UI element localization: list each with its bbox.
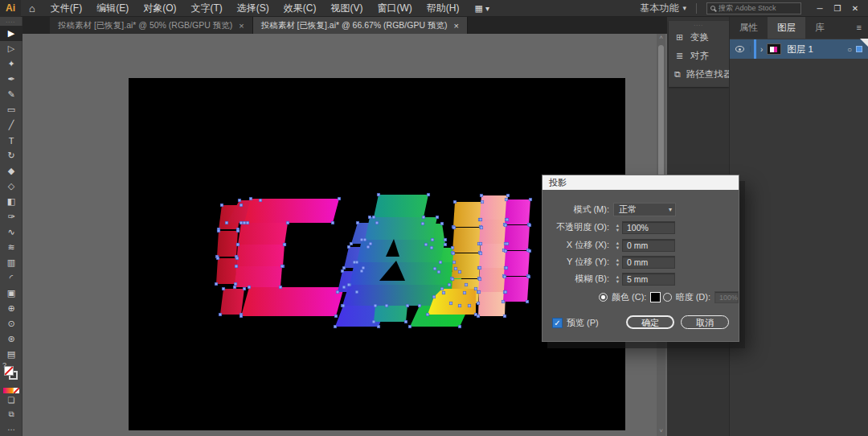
anchor-point[interactable] xyxy=(449,302,452,305)
anchor-point[interactable] xyxy=(334,325,337,328)
eraser-tool[interactable]: ◆ xyxy=(0,163,23,179)
ji-gold-3[interactable] xyxy=(452,253,481,278)
anchor-point[interactable] xyxy=(504,249,507,253)
anchor-point[interactable] xyxy=(360,269,363,273)
anchor-point[interactable] xyxy=(240,315,243,318)
rotate-tool[interactable]: ↻ xyxy=(0,148,23,163)
selection-tool[interactable]: ▶ xyxy=(0,26,23,41)
anchor-point[interactable] xyxy=(458,325,461,328)
opacity-stepper[interactable]: ▴ ▾ xyxy=(613,223,622,232)
ji-pink-4[interactable] xyxy=(478,268,506,292)
c-stem-2[interactable] xyxy=(236,245,285,266)
ji-pink-3[interactable] xyxy=(479,244,507,268)
anchor-point[interactable] xyxy=(505,266,508,269)
anchor-point[interactable] xyxy=(219,313,222,316)
panel-drag-handle[interactable]: ∙∙∙∙ xyxy=(669,21,729,28)
anchor-point[interactable] xyxy=(448,283,451,286)
anchor-point[interactable] xyxy=(385,304,388,307)
ji-mag-2[interactable] xyxy=(504,225,530,250)
anchor-point[interactable] xyxy=(368,216,371,219)
scroll-down-arrow[interactable]: ˅ xyxy=(657,427,665,436)
stepper-down-icon[interactable]: ▾ xyxy=(616,228,619,232)
anchor-point[interactable] xyxy=(451,246,454,249)
anchor-point[interactable] xyxy=(279,286,282,289)
anchor-point[interactable] xyxy=(427,193,430,196)
dock-item-align[interactable]: ≣对齐 xyxy=(669,47,729,65)
menu-type[interactable]: 文字(T) xyxy=(184,0,230,17)
anchor-point[interactable] xyxy=(527,275,530,278)
rectangle-tool[interactable]: ▭ xyxy=(0,102,23,117)
fill-stroke-indicator[interactable]: ? xyxy=(0,361,23,385)
anchor-point[interactable] xyxy=(235,257,239,260)
anchor-point[interactable] xyxy=(458,270,461,274)
anchor-point[interactable] xyxy=(342,286,346,289)
ji-mag-4[interactable] xyxy=(503,277,529,302)
anchor-point[interactable] xyxy=(406,304,409,307)
stepper-down-icon[interactable]: ▾ xyxy=(616,279,619,284)
anchor-point[interactable] xyxy=(505,198,508,201)
ji-gold-2[interactable] xyxy=(452,228,481,253)
anchor-point[interactable] xyxy=(506,218,509,221)
gradient-tool[interactable]: ◧ xyxy=(0,194,23,209)
anchor-point[interactable] xyxy=(342,266,346,269)
dock-item-transform[interactable]: ⊞变换 xyxy=(669,28,729,47)
tab-libraries[interactable]: 库 xyxy=(805,17,834,39)
anchor-point[interactable] xyxy=(422,216,425,219)
anchor-point[interactable] xyxy=(479,218,482,221)
c-bottom-bar[interactable] xyxy=(241,287,344,316)
document-tab-2[interactable]: 投稿素材 [已恢复].ai* @ 66.67% (RGB/GPU 预览) × xyxy=(253,17,468,34)
home-icon[interactable]: ⌂ xyxy=(21,2,43,14)
preview-checkbox[interactable]: ✓ xyxy=(552,318,563,328)
document-tab-1[interactable]: 投稿素材 [已恢复].ai* @ 50% (RGB/GPU 预览) × xyxy=(50,17,253,34)
anchor-point[interactable] xyxy=(240,204,243,207)
anchor-point[interactable] xyxy=(355,290,358,294)
darkness-radio[interactable] xyxy=(663,293,672,302)
tab-properties[interactable]: 属性 xyxy=(730,17,768,39)
chevron-right-icon[interactable]: › xyxy=(756,45,767,54)
anchor-point[interactable] xyxy=(444,243,447,246)
menu-edit[interactable]: 编辑(E) xyxy=(89,0,136,17)
anchor-point[interactable] xyxy=(424,243,428,246)
scroll-up-arrow[interactable]: ˄ xyxy=(657,34,665,43)
anchor-point[interactable] xyxy=(408,325,411,328)
anchor-point[interactable] xyxy=(463,291,466,294)
anchor-point[interactable] xyxy=(442,291,445,294)
anchor-point[interactable] xyxy=(439,261,442,264)
color-gradient-none-bar[interactable] xyxy=(3,388,19,393)
anchor-point[interactable] xyxy=(451,278,454,281)
color-radio[interactable] xyxy=(599,293,608,302)
anchor-point[interactable] xyxy=(453,200,457,204)
mesh-tool[interactable]: ⊕ xyxy=(0,301,23,316)
anchor-point[interactable] xyxy=(481,200,484,204)
c-top-bar[interactable] xyxy=(244,199,339,223)
anchor-point[interactable] xyxy=(347,245,350,249)
anchor-point[interactable] xyxy=(430,246,433,249)
anchor-point[interactable] xyxy=(350,242,353,245)
slice-tool[interactable]: ▤ xyxy=(0,347,23,362)
toolbar-drag-handle[interactable]: ∙∙∙∙ xyxy=(0,17,22,26)
anchor-point[interactable] xyxy=(452,252,455,255)
anchor-point[interactable] xyxy=(437,270,440,274)
anchor-point[interactable] xyxy=(243,221,246,224)
layer-name[interactable]: 图层 1 xyxy=(781,43,847,56)
restore-button[interactable]: ❐ xyxy=(831,4,844,13)
dialog-title[interactable]: 投影 xyxy=(542,175,739,190)
anchor-point[interactable] xyxy=(338,197,341,200)
anchor-point[interactable] xyxy=(236,243,240,246)
pen-tool[interactable]: ✒ xyxy=(0,72,23,87)
c-left-3[interactable] xyxy=(216,258,237,284)
ok-button[interactable]: 确定 xyxy=(626,315,674,329)
x-offset-stepper[interactable]: ▴ ▾ xyxy=(613,241,622,250)
anchor-point[interactable] xyxy=(377,325,380,328)
symbol-sprayer-tool[interactable]: ≋ xyxy=(0,240,23,255)
anchor-point[interactable] xyxy=(504,290,507,294)
anchor-point[interactable] xyxy=(503,275,506,278)
anchor-point[interactable] xyxy=(468,304,471,307)
menu-window[interactable]: 窗口(W) xyxy=(371,0,420,17)
anchor-point[interactable] xyxy=(404,320,407,323)
curvature-tool[interactable]: ✎ xyxy=(0,87,23,102)
close-icon[interactable]: × xyxy=(239,21,244,31)
y-offset-stepper[interactable]: ▴ ▾ xyxy=(613,257,622,267)
ji-gold-1[interactable] xyxy=(453,202,482,227)
anchor-point[interactable] xyxy=(479,242,482,245)
